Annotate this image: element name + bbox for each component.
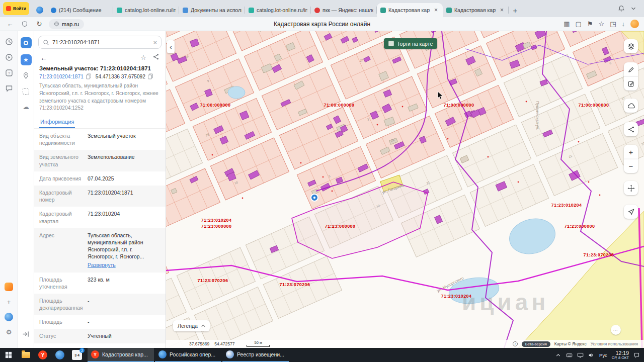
- tab-close-icon[interactable]: ×: [499, 7, 505, 14]
- browser-tab[interactable]: (214) Сообщение: [47, 3, 113, 17]
- browser-tab[interactable]: Документы на исполнени...: [179, 3, 245, 17]
- browser-tab[interactable]: catalog.lot-online.ru/inde...: [245, 3, 311, 17]
- panel-back-button[interactable]: ←: [40, 54, 47, 62]
- attribute-label: Площадь уточненная: [39, 276, 84, 290]
- tiles-icon[interactable]: ▦: [564, 20, 570, 28]
- pinned-app-icon[interactable]: 3 4 2: [68, 348, 86, 362]
- search-box[interactable]: ×: [38, 36, 162, 49]
- collapse-sidebar-icon[interactable]: [21, 328, 32, 339]
- map-ru-logo[interactable]: [21, 37, 32, 48]
- page-title: Кадастровая карта России онлайн: [274, 21, 370, 28]
- draw-pencil-button[interactable]: [624, 62, 638, 76]
- pinned-tab[interactable]: [32, 3, 47, 17]
- alice-app-icon[interactable]: [5, 313, 13, 321]
- expand-address-link[interactable]: Развернуть: [88, 261, 116, 268]
- back-icon[interactable]: ←: [5, 20, 15, 28]
- hidden-icons-chevron[interactable]: [555, 352, 561, 358]
- torgi-checkbox[interactable]: [388, 41, 394, 46]
- zoom-out-button[interactable]: −: [624, 159, 638, 173]
- volume-icon[interactable]: [588, 352, 595, 358]
- protect-shield-icon[interactable]: [20, 20, 30, 28]
- taskbar-task[interactable]: Реестр извещени...: [222, 348, 289, 362]
- collapse-panel-chevron[interactable]: ‹: [167, 40, 175, 53]
- legend-button[interactable]: Легенда: [173, 320, 210, 331]
- sidebar-panel-icon[interactable]: ▢: [576, 20, 582, 28]
- cloud-icon[interactable]: ☁: [21, 101, 32, 112]
- copy-icon[interactable]: [86, 73, 92, 79]
- favorite-star-icon[interactable]: ☆: [140, 54, 146, 61]
- tab-information[interactable]: Информация: [39, 116, 75, 128]
- taskbar-clock[interactable]: 12:19 СР, 8 ОКТ: [612, 350, 629, 360]
- edge-browser-icon[interactable]: [51, 348, 68, 362]
- map-container[interactable]: 1518162315232111671917261161610182096201…: [166, 31, 644, 348]
- history-clock-icon[interactable]: [5, 37, 14, 46]
- display-icon[interactable]: [577, 352, 584, 358]
- settings-gear-icon[interactable]: ⚙: [5, 327, 14, 336]
- address-bar[interactable]: map.ru: [49, 19, 84, 29]
- map-copyright[interactable]: Карты © Яндекс: [554, 341, 587, 346]
- tab-close-icon[interactable]: ×: [433, 7, 439, 14]
- chats-icon[interactable]: [5, 84, 14, 93]
- map-toolbar: + −: [624, 39, 638, 240]
- new-tab-button[interactable]: +: [509, 4, 522, 17]
- info-row: Вид земельного участкаЗемлепользование: [34, 150, 166, 171]
- edit-button[interactable]: [624, 76, 638, 90]
- download-map-button[interactable]: [624, 99, 638, 113]
- extensions-icon[interactable]: ◳: [610, 20, 616, 28]
- start-button[interactable]: [0, 348, 17, 362]
- info-row: Площадь декларированная-: [34, 294, 166, 315]
- area-select-icon[interactable]: [21, 85, 32, 97]
- site-toolrail: ★ ☁: [18, 31, 34, 348]
- tab-list-chevron-icon[interactable]: [630, 5, 637, 14]
- zoom-in-button[interactable]: +: [624, 145, 638, 159]
- locate-button[interactable]: [624, 205, 638, 219]
- yandex-services-icon[interactable]: [5, 283, 13, 291]
- bookmark-star-icon[interactable]: ☆: [599, 20, 605, 28]
- torgi-toggle[interactable]: Торги на карте: [384, 38, 437, 49]
- search-input[interactable]: [52, 39, 150, 45]
- terms-link[interactable]: Условия использования: [591, 341, 638, 346]
- tab-favicon: [380, 8, 386, 13]
- browser-tab[interactable]: Кадастровая карта Рос...×: [377, 3, 443, 17]
- touch-keyboard-icon[interactable]: [566, 352, 573, 358]
- pan-button[interactable]: [624, 181, 638, 195]
- search-icon: [43, 39, 49, 46]
- clear-search-icon[interactable]: ×: [153, 39, 157, 46]
- cadastral-map[interactable]: 1518162315232111671917261161610182096201…: [166, 31, 644, 348]
- info-icon[interactable]: i: [513, 341, 518, 346]
- flag-icon[interactable]: ⚑: [587, 20, 593, 28]
- attribute-value: Земельный участок: [88, 132, 160, 146]
- yandex-browser-icon[interactable]: Y: [34, 348, 51, 362]
- copy-icon[interactable]: [147, 73, 153, 79]
- svg-text:?: ?: [8, 71, 10, 75]
- action-center-icon[interactable]: [633, 352, 640, 358]
- placemark-pin-icon[interactable]: [21, 70, 32, 81]
- street-name-label: Пушкинская ул.: [535, 101, 540, 130]
- yandex-logo-icon: [6, 6, 11, 11]
- layers-button[interactable]: [624, 39, 638, 53]
- more-options-button[interactable]: ⋯: [611, 325, 621, 335]
- favorites-star-button[interactable]: ★: [21, 54, 32, 65]
- cadastral-number-link[interactable]: 71:23:010204:1871: [39, 74, 84, 79]
- attribute-value: Тульская область, муниципальный район Яс…: [88, 232, 160, 269]
- clock-time: 12:19: [612, 350, 629, 356]
- help-icon[interactable]: ?: [5, 68, 14, 77]
- attribute-label: Статус: [39, 332, 84, 339]
- taskbar-task[interactable]: YКадастровая кар...: [88, 348, 154, 362]
- reload-icon[interactable]: ↻: [34, 20, 44, 28]
- profile-avatar[interactable]: [630, 20, 639, 28]
- add-panel-icon[interactable]: +: [5, 297, 14, 306]
- language-indicator[interactable]: Рус: [599, 352, 607, 358]
- taskbar-task[interactable]: Российская опер...: [155, 348, 221, 362]
- share-icon[interactable]: [152, 53, 159, 62]
- browser-tab[interactable]: catalog.lot-online.ru/inde...: [113, 3, 179, 17]
- browser-tab[interactable]: Кадастровая карта Росс...×: [443, 3, 509, 17]
- browser-login-button[interactable]: Войти: [3, 2, 29, 15]
- browser-tab[interactable]: пкк — Яндекс: нашлось...: [311, 3, 377, 17]
- file-explorer-icon[interactable]: [17, 348, 34, 362]
- notifications-bell-icon[interactable]: [618, 5, 625, 14]
- attribute-value: -: [88, 318, 160, 325]
- downloads-icon[interactable]: ↓: [622, 20, 625, 28]
- share-map-button[interactable]: [624, 122, 638, 136]
- play-icon[interactable]: [5, 53, 14, 62]
